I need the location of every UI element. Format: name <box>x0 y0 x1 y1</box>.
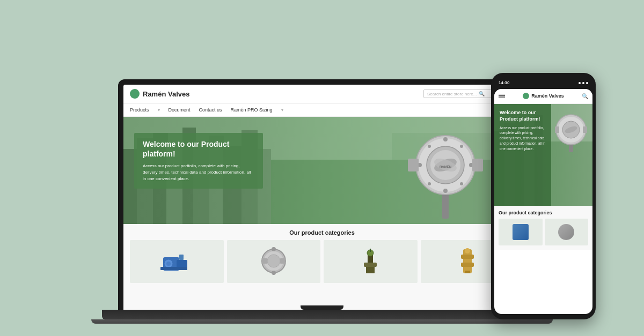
search-placeholder: Search entire store here... <box>427 92 477 96</box>
svg-point-39 <box>267 255 280 267</box>
category-card-3[interactable] <box>324 240 418 283</box>
svg-point-27 <box>460 182 463 185</box>
svg-point-42 <box>272 247 276 251</box>
phone-site-header: Ramén Valves 🔍 <box>494 89 592 104</box>
phone-logo-icon <box>523 93 529 99</box>
hero-section: Welcome to our Product platform! Access … <box>123 117 521 224</box>
svg-rect-28 <box>408 159 419 171</box>
svg-point-34 <box>166 262 171 266</box>
svg-rect-32 <box>177 260 187 268</box>
phone-hero-overlay: Welcome to our Product platform! Access … <box>494 104 551 206</box>
hamburger-line-3 <box>499 98 505 99</box>
search-icon[interactable]: 🔍 <box>479 91 485 96</box>
phone-valve-image <box>552 109 590 152</box>
categories-section: Our product categories <box>123 224 521 310</box>
valve-image: RAMÉN <box>402 122 488 219</box>
svg-rect-35 <box>179 255 184 260</box>
laptop-foot <box>91 319 553 324</box>
phone-search-icon[interactable]: 🔍 <box>582 93 588 99</box>
hero-description: Access our product portfolio, complete w… <box>143 163 254 182</box>
hamburger-menu[interactable] <box>499 94 505 99</box>
phone-hero-description: Access our product portfolio, complete w… <box>500 125 546 152</box>
phone-brand-name: Ramén Valves <box>531 93 564 99</box>
search-box[interactable]: Search entire store here... 🔍 <box>423 89 493 98</box>
product-gold-svg <box>451 247 484 276</box>
phone-status-icons <box>579 82 588 84</box>
hero-title: Welcome to our Product platform! <box>143 139 254 159</box>
signal-icon <box>579 82 581 84</box>
hamburger-line-2 <box>499 95 505 96</box>
logo-icon <box>130 89 140 99</box>
category-card-1[interactable] <box>130 240 224 283</box>
phone-categories-grid <box>499 219 588 245</box>
phone-notch <box>533 78 554 85</box>
svg-rect-66 <box>555 126 559 133</box>
categories-grid <box>130 240 514 283</box>
phone-categories-title: Our product categories <box>499 210 588 215</box>
svg-rect-47 <box>364 263 377 267</box>
svg-rect-51 <box>461 263 474 267</box>
phone-hero: Welcome to our Product platform! Access … <box>494 104 592 206</box>
svg-point-21 <box>443 189 448 193</box>
svg-rect-53 <box>465 271 470 273</box>
phone-hero-title: Welcome to our Product platform! <box>500 109 546 123</box>
product-gray-svg <box>258 247 290 276</box>
nav-pro-sizing[interactable]: Ramén PRO Sizing <box>231 107 273 113</box>
hero-overlay: Welcome to our Product platform! Access … <box>134 133 263 189</box>
svg-point-25 <box>460 145 463 148</box>
categories-title: Our product categories <box>130 229 514 236</box>
logo-area: Ramén Valves <box>130 89 189 99</box>
laptop-base <box>102 310 542 319</box>
product-blue-svg <box>160 247 193 276</box>
nav-contact[interactable]: Contact us <box>199 107 222 113</box>
category-card-2[interactable] <box>227 240 321 283</box>
svg-point-26 <box>428 182 431 185</box>
phone-screen: Ramén Valves 🔍 <box>494 89 592 314</box>
site-header: Ramén Valves Search entire store here...… <box>123 85 521 104</box>
scene: Ramén Valves Search entire store here...… <box>27 13 617 324</box>
phone-time: 14:30 <box>499 80 509 85</box>
svg-rect-40 <box>262 258 267 264</box>
phone-cat-card-2[interactable] <box>545 219 589 245</box>
phone-outer: 14:30 Ramén <box>491 73 596 319</box>
nav-document[interactable]: Document <box>169 107 191 113</box>
site-nav: Products ▾ Document Contact us Ramén PRO… <box>123 104 521 117</box>
phone-product-gray <box>558 224 574 240</box>
phone-categories: Our product categories <box>494 206 592 250</box>
brand-name: Ramén Valves <box>143 90 189 98</box>
phone-product-blue <box>513 224 529 240</box>
svg-rect-50 <box>461 255 474 259</box>
phone-logo-area: Ramén Valves <box>523 93 564 99</box>
svg-rect-67 <box>583 126 587 133</box>
wifi-icon <box>582 82 584 84</box>
battery-icon <box>586 82 588 84</box>
nav-products[interactable]: Products <box>130 107 149 113</box>
svg-point-24 <box>428 145 431 148</box>
laptop-hinge-notch <box>301 305 343 310</box>
laptop-screen-outer: Ramén Valves Search entire store here...… <box>118 79 526 310</box>
laptop-device: Ramén Valves Search entire store here...… <box>118 79 526 324</box>
hamburger-line-1 <box>499 94 505 95</box>
svg-point-52 <box>465 248 470 253</box>
svg-text:RAMÉN: RAMÉN <box>440 165 451 168</box>
svg-rect-29 <box>472 159 483 171</box>
svg-point-20 <box>443 137 448 141</box>
svg-rect-41 <box>280 258 286 264</box>
product-green-svg <box>354 247 386 276</box>
svg-rect-36 <box>160 267 187 270</box>
phone-cat-card-1[interactable] <box>499 219 543 245</box>
phone-device: 14:30 Ramén <box>491 73 596 319</box>
svg-point-43 <box>272 271 276 275</box>
phone-valve-svg <box>552 109 590 152</box>
laptop-screen: Ramén Valves Search entire store here...… <box>123 85 521 310</box>
valve-svg: RAMÉN <box>402 122 488 219</box>
